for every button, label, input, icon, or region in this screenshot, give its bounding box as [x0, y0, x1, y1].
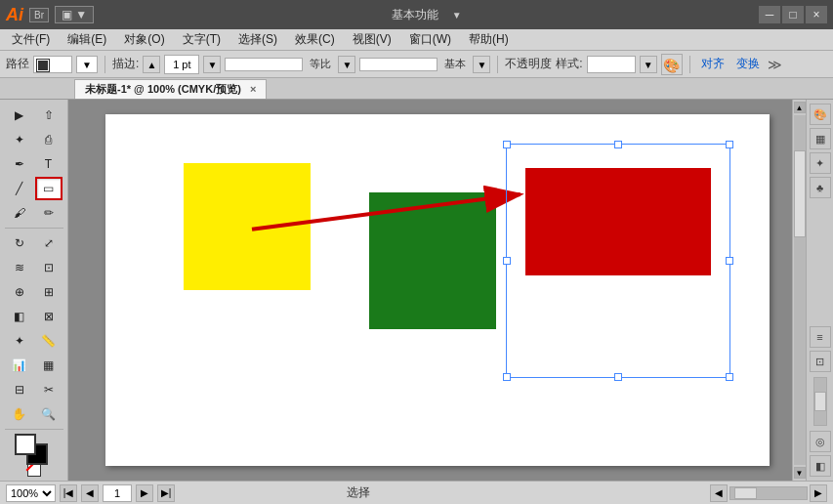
align-panel-btn[interactable]: ≡: [810, 326, 831, 348]
handle-mid-left[interactable]: [503, 257, 511, 265]
tool-row-1: ▶ ⇧: [6, 104, 62, 127]
stroke-value-input[interactable]: [164, 55, 199, 74]
menu-bar: 文件(F) 编辑(E) 对象(O) 文字(T) 选择(S) 效果(C) 视图(V…: [0, 29, 833, 51]
br-badge[interactable]: Br: [29, 8, 49, 22]
zoom-select[interactable]: 100% 50% 200%: [6, 484, 56, 502]
menu-object[interactable]: 对象(O): [116, 29, 172, 50]
maximize-button[interactable]: □: [782, 6, 804, 23]
hand-tool[interactable]: ✋: [6, 402, 33, 426]
warp-tool[interactable]: ≋: [6, 256, 33, 279]
gradient-tool[interactable]: ◧: [6, 305, 33, 328]
eyedropper-tool[interactable]: ✦: [6, 329, 33, 353]
swatches-panel-btn[interactable]: ▦: [810, 128, 831, 149]
document-tab[interactable]: 未标题-1* @ 100% (CMYK/预览) ×: [74, 79, 267, 99]
perspective-tool[interactable]: ⊞: [35, 280, 62, 304]
paintbrush-tool[interactable]: 🖌: [6, 201, 33, 225]
h-scrollbar-thumb[interactable]: [734, 487, 757, 499]
stroke-color-preview[interactable]: [33, 56, 72, 73]
shape-builder-tool[interactable]: ⊕: [6, 280, 33, 304]
color-panel-btn[interactable]: 🎨: [810, 104, 831, 125]
symbols-panel-btn[interactable]: ♣: [810, 177, 831, 198]
tool-row-3: ✒ T: [6, 152, 62, 176]
type-tool[interactable]: T: [35, 152, 62, 176]
h-scrollbar-track[interactable]: [729, 486, 808, 500]
handle-top-right[interactable]: [726, 141, 733, 148]
column-graph-tool[interactable]: ▦: [35, 354, 62, 377]
graph-tool[interactable]: 📊: [6, 354, 33, 377]
stroke-panel-btn[interactable]: ◎: [810, 431, 831, 452]
direct-select-tool[interactable]: ⇧: [35, 104, 62, 127]
zoom-tool[interactable]: 🔍: [35, 402, 62, 426]
left-toolbar: ▶ ⇧ ✦ ⎙ ✒ T ╱ ▭ 🖌 ✏ ↻ ⤢ ≋ ⊡ ⊕ ⊞: [0, 100, 68, 481]
handle-top-mid[interactable]: [614, 141, 622, 148]
scroll-up-btn[interactable]: ▲: [794, 102, 806, 113]
menu-help[interactable]: 帮助(H): [461, 29, 517, 50]
menu-file[interactable]: 文件(F): [4, 29, 58, 50]
right-panel: 🎨 ▦ ✦ ♣ ≡ ⊡ ◎ ◧: [806, 100, 833, 481]
v-scroll-thumb[interactable]: [794, 150, 806, 238]
handle-bot-left[interactable]: [503, 373, 511, 381]
vertical-scrollbar: ▲ ▼: [792, 100, 806, 481]
red-rectangle[interactable]: [525, 168, 711, 275]
scale-tool[interactable]: ⤢: [35, 231, 62, 255]
handle-bot-right[interactable]: [726, 373, 733, 381]
line-tool[interactable]: ╱: [6, 177, 33, 200]
style-dropdown[interactable]: ▼: [640, 56, 657, 73]
minimize-button[interactable]: ─: [759, 6, 780, 23]
transform-link[interactable]: 变换: [736, 56, 760, 72]
tool-separator-2: [5, 429, 63, 430]
pencil-tool[interactable]: ✏: [35, 201, 62, 225]
style-input[interactable]: [587, 56, 636, 73]
equal-label: 等比: [307, 57, 334, 71]
magic-wand-tool[interactable]: ✦: [6, 128, 33, 151]
layout-dropdown-btn[interactable]: ▣ ▼: [55, 6, 94, 23]
basic-func-dropdown[interactable]: ▼: [452, 10, 462, 21]
lasso-tool[interactable]: ⎙: [35, 128, 62, 151]
menu-select[interactable]: 选择(S): [230, 29, 285, 50]
tool-row-10: ✦ 📏: [6, 329, 62, 353]
menu-view[interactable]: 视图(V): [345, 29, 399, 50]
brushes-panel-btn[interactable]: ✦: [810, 152, 831, 174]
select-tool[interactable]: ▶: [6, 104, 33, 127]
menu-effect[interactable]: 效果(C): [287, 29, 343, 50]
equal-dropdown[interactable]: ▼: [338, 56, 355, 73]
handle-mid-right[interactable]: [726, 257, 733, 265]
transform-panel-btn[interactable]: ⊡: [810, 351, 831, 372]
free-transform-tool[interactable]: ⊡: [35, 256, 62, 279]
right-scroll-thumb[interactable]: [814, 392, 826, 410]
stroke-down[interactable]: ▼: [203, 56, 221, 73]
page-input[interactable]: [103, 484, 132, 502]
next-page-btn[interactable]: ▶: [136, 484, 153, 502]
handle-top-left[interactable]: [503, 141, 511, 148]
pen-tool[interactable]: ✒: [6, 152, 33, 176]
scroll-down-btn[interactable]: ▼: [794, 467, 806, 479]
prev-page-btn[interactable]: ◀: [81, 484, 99, 502]
more-options-icon[interactable]: ≫: [768, 57, 782, 72]
handle-bot-mid[interactable]: [614, 373, 622, 381]
gradient-panel-btn[interactable]: ◧: [810, 455, 831, 477]
close-button[interactable]: ×: [806, 6, 827, 23]
measure-tool[interactable]: 📏: [35, 329, 62, 353]
v-scroll-track[interactable]: [794, 115, 806, 465]
rotate-tool[interactable]: ↻: [6, 231, 33, 255]
mesh-tool[interactable]: ⊠: [35, 305, 62, 328]
rect-tool[interactable]: ▭: [35, 177, 62, 200]
stroke-up[interactable]: ▲: [143, 56, 160, 73]
tab-bar: 未标题-1* @ 100% (CMYK/预览) ×: [0, 78, 833, 100]
menu-edit[interactable]: 编辑(E): [60, 29, 114, 50]
align-link[interactable]: 对齐: [701, 56, 725, 72]
right-scrollbar[interactable]: [813, 377, 827, 426]
fill-swatch[interactable]: [15, 434, 36, 455]
tab-close[interactable]: ×: [250, 83, 256, 95]
last-page-btn[interactable]: ▶|: [157, 484, 175, 502]
menu-window[interactable]: 窗口(W): [401, 29, 459, 50]
first-page-btn[interactable]: |◀: [60, 484, 77, 502]
basic-dropdown[interactable]: ▼: [473, 56, 490, 73]
menu-type[interactable]: 文字(T): [175, 29, 229, 50]
bottom-arrow-left[interactable]: ◀: [710, 484, 728, 502]
slice-tool[interactable]: ✂: [35, 378, 62, 401]
bottom-arrow-right[interactable]: ▶: [810, 484, 827, 502]
color-palette-icon[interactable]: 🎨: [661, 54, 683, 75]
stroke-weight-icon[interactable]: ▼: [76, 56, 98, 73]
artboard-tool[interactable]: ⊟: [6, 378, 33, 401]
